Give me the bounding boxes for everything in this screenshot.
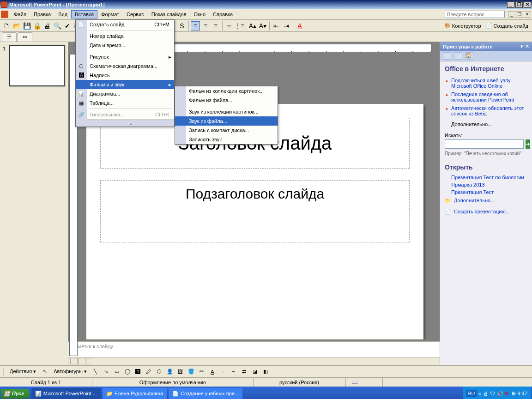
- restore-button[interactable]: ❐: [515, 1, 523, 8]
- tray-lang[interactable]: RU: [466, 390, 477, 397]
- textbox-icon[interactable]: 🅰: [133, 367, 143, 376]
- align-right-icon[interactable]: ≡: [211, 21, 220, 30]
- designer-button[interactable]: 🎨Конструктор: [442, 22, 483, 30]
- subtitle-placeholder[interactable]: Подзаголовок слайда: [100, 180, 410, 242]
- close-button[interactable]: ✕: [524, 1, 531, 8]
- rectangle-icon[interactable]: ▭: [112, 367, 121, 376]
- picture-icon[interactable]: 🖼: [176, 367, 185, 376]
- decrease-indent-icon[interactable]: ⇤: [272, 21, 281, 30]
- ask-question-input[interactable]: [445, 11, 505, 18]
- menu-slideshow[interactable]: Показ слайдов: [148, 10, 190, 18]
- submenu-cd-audio[interactable]: Запись с компакт-диска...: [175, 126, 278, 135]
- open-more[interactable]: Дополнительно...: [445, 196, 527, 204]
- sorter-view-icon[interactable]: [78, 358, 85, 364]
- wordart-icon[interactable]: 🖊: [144, 367, 153, 376]
- arrow-icon[interactable]: ↘: [102, 367, 111, 376]
- start-button[interactable]: 🪟Пуск: [1, 389, 30, 399]
- menu-edit[interactable]: Правка: [30, 10, 54, 18]
- menu-textbox[interactable]: 🅰Надпись: [76, 71, 174, 80]
- normal-view-icon[interactable]: [70, 358, 78, 364]
- font-color2-icon[interactable]: A: [208, 367, 217, 376]
- print-icon[interactable]: 🖨: [42, 21, 52, 30]
- open-icon[interactable]: 📂: [12, 21, 21, 30]
- submenu-clip-movie[interactable]: Фильм из коллекции картинок...: [175, 86, 278, 96]
- menu-slide-number[interactable]: Номер слайда: [76, 31, 174, 41]
- link-more[interactable]: Дополнительно...: [445, 118, 527, 128]
- shadow-style-icon[interactable]: ◪: [250, 367, 260, 376]
- recent-file-2[interactable]: Ярмарка 2013: [445, 181, 527, 188]
- preview-icon[interactable]: 🔍: [53, 21, 62, 30]
- mdi-restore[interactable]: ❐: [516, 11, 523, 18]
- menu-window[interactable]: Окно: [190, 10, 210, 18]
- tray-icon-5[interactable]: 🖥: [511, 391, 516, 396]
- taskpane-dropdown-icon[interactable]: ▾: [520, 43, 523, 49]
- dash-style-icon[interactable]: ┄: [229, 367, 238, 376]
- line-icon[interactable]: ╲: [91, 367, 100, 376]
- menu-picture[interactable]: Рисунок▸: [76, 52, 174, 61]
- align-left-icon[interactable]: ≡: [191, 21, 200, 30]
- menu-file[interactable]: Файл: [10, 10, 30, 18]
- tab-outline[interactable]: ☰: [2, 32, 17, 42]
- slideshow-view-icon[interactable]: [86, 358, 93, 364]
- menu-table[interactable]: ▦Таблица...: [76, 98, 174, 108]
- recent-file-1[interactable]: Презентация Тест по биологии: [445, 174, 527, 181]
- new-icon[interactable]: 🗋: [2, 21, 11, 30]
- menu-expand-chevron-icon[interactable]: ⌄: [87, 119, 174, 127]
- submenu-record-sound[interactable]: Записать звук: [175, 135, 278, 144]
- select-icon[interactable]: ↖: [40, 367, 49, 376]
- draw-grip[interactable]: [3, 368, 6, 376]
- clipart-icon[interactable]: 👤: [165, 367, 175, 376]
- search-input[interactable]: [445, 139, 524, 149]
- tray-chevron-icon[interactable]: «: [478, 391, 481, 396]
- taskpane-forward-icon[interactable]: [454, 52, 462, 60]
- decrease-font-icon[interactable]: A▾: [258, 21, 267, 30]
- menu-schematic-diagram[interactable]: ⬡Схематическая диаграмма...: [76, 61, 174, 71]
- actions-menu[interactable]: Действия ▾: [7, 368, 39, 375]
- minimize-button[interactable]: _: [507, 1, 514, 8]
- create-presentation[interactable]: Создать презентацию...: [445, 204, 527, 215]
- new-slide-button[interactable]: 📄Создать слайд: [484, 22, 530, 30]
- menu-view[interactable]: Вид: [54, 10, 71, 18]
- submenu-clip-sound[interactable]: Звук из коллекции картинок...: [175, 107, 278, 116]
- menu-tools[interactable]: Сервис: [123, 10, 148, 18]
- arrow-style-icon[interactable]: ⇄: [240, 367, 249, 376]
- menu-hyperlink[interactable]: 🔗Гиперссылка...Ctrl+K: [76, 110, 174, 119]
- tray-clock[interactable]: 9:47: [518, 391, 527, 396]
- tray-icon-1[interactable]: 🖨: [483, 391, 488, 396]
- menu-insert[interactable]: Вставка: [71, 10, 97, 18]
- tray-icon-2[interactable]: 🛡: [490, 391, 495, 396]
- search-go-button[interactable]: ➔: [526, 139, 530, 149]
- notes-pane[interactable]: Заметки к слайду: [68, 341, 440, 357]
- spell-icon[interactable]: ✔: [63, 21, 72, 30]
- taskbar-word[interactable]: 📄Создание учебных пре...: [169, 388, 242, 399]
- increase-indent-icon[interactable]: ⇥: [282, 21, 291, 30]
- submenu-file-sound[interactable]: Звук из файла...: [175, 116, 278, 126]
- submenu-file-movie[interactable]: Фильм из файла...: [175, 96, 278, 105]
- taskpane-close-icon[interactable]: ✕: [525, 43, 529, 49]
- menu-movies-sound[interactable]: Фильмы и звук▸: [76, 80, 174, 89]
- menu-date-time[interactable]: Дата и время...: [76, 41, 174, 50]
- shadow-icon[interactable]: S: [177, 21, 187, 30]
- numbering-icon[interactable]: ≣: [224, 21, 234, 30]
- slide-thumbnail[interactable]: [9, 45, 65, 86]
- oval-icon[interactable]: ◯: [123, 367, 132, 376]
- tab-slides[interactable]: ▭: [18, 32, 32, 42]
- tray-icon-3[interactable]: 🔊: [497, 391, 503, 397]
- taskpane-home-icon[interactable]: 🏠: [465, 52, 473, 60]
- line-color-icon[interactable]: ✏: [197, 367, 206, 376]
- link-office-online[interactable]: Подключиться к веб-узлу Microsoft Office…: [445, 76, 527, 90]
- font-color-icon[interactable]: A: [295, 21, 304, 30]
- menu-help[interactable]: Справка: [209, 10, 236, 18]
- status-spell-icon[interactable]: 📖: [346, 378, 383, 387]
- fill-color-icon[interactable]: 🪣: [187, 367, 196, 376]
- menu-format[interactable]: Формат: [97, 10, 123, 18]
- save-icon[interactable]: 💾: [22, 21, 31, 30]
- taskbar-powerpoint[interactable]: 📊Microsoft PowerPoint ...: [31, 388, 101, 399]
- autoshapes-menu[interactable]: Автофигуры ▾: [51, 368, 90, 375]
- permission-icon[interactable]: 🔒: [32, 21, 42, 30]
- menu-new-slide[interactable]: 📄Создать слайдCtrl+M: [76, 20, 174, 29]
- diagram2-icon[interactable]: ⬡: [155, 367, 164, 376]
- increase-font-icon[interactable]: A▴: [248, 21, 257, 30]
- mdi-minimize[interactable]: _: [508, 11, 515, 18]
- tray-icon-4[interactable]: K: [505, 391, 509, 396]
